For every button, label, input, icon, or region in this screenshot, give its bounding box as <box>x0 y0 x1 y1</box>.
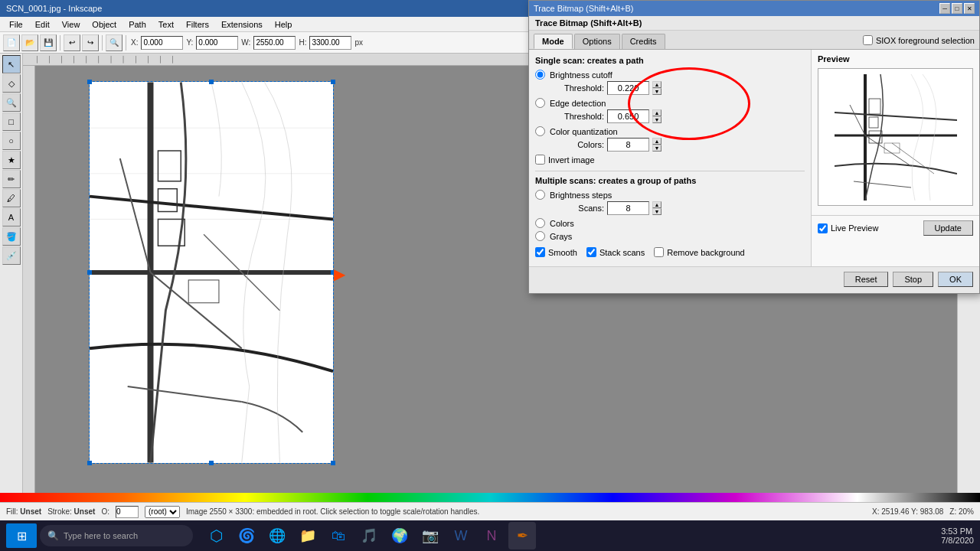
ok-button[interactable]: OK <box>938 272 973 287</box>
taskbar-photos[interactable]: 📷 <box>416 522 444 549</box>
invert-checkbox[interactable] <box>535 155 545 165</box>
taskbar-inkscape[interactable]: ✒ <box>508 522 536 549</box>
w-input[interactable] <box>253 36 296 50</box>
taskbar-onenote[interactable]: N <box>478 522 505 549</box>
menu-view[interactable]: View <box>56 18 87 31</box>
transform-select[interactable]: (root) <box>145 506 180 518</box>
colors-spinner[interactable]: ▲ ▼ <box>652 138 662 152</box>
threshold1-spinner[interactable]: ▲ ▼ <box>652 81 662 95</box>
text-tool[interactable]: A <box>2 208 21 227</box>
left-toolbox: ↖ ◇ 🔍 □ ○ ★ ✏ 🖊 A 🪣 💉 <box>0 54 23 493</box>
menu-file[interactable]: File <box>3 18 29 31</box>
siox-label: SIOX foreground selection <box>876 36 975 45</box>
y-input[interactable] <box>196 36 238 50</box>
opacity-input[interactable] <box>116 506 139 518</box>
menu-path[interactable]: Path <box>122 18 152 31</box>
dialog-actions: Reset Stop OK <box>529 266 979 293</box>
x-input[interactable] <box>141 36 183 50</box>
color-palette[interactable] <box>0 493 980 502</box>
colors-up[interactable]: ▲ <box>652 138 662 145</box>
dialog-maximize[interactable]: □ <box>952 3 962 14</box>
threshold2-down[interactable]: ▼ <box>652 116 662 123</box>
menu-extensions[interactable]: Extensions <box>215 18 269 31</box>
threshold1-down[interactable]: ▼ <box>652 88 662 95</box>
invert-label: Invert image <box>548 155 595 165</box>
taskbar-cortana[interactable]: ⬡ <box>202 522 230 549</box>
rect-tool[interactable]: □ <box>2 112 21 131</box>
menu-text[interactable]: Text <box>152 18 180 31</box>
open-button[interactable]: 📂 <box>21 34 38 51</box>
node-tool[interactable]: ◇ <box>2 74 21 93</box>
threshold2-input[interactable] <box>607 109 649 123</box>
taskbar-filemanager[interactable]: 📁 <box>294 522 322 549</box>
stack-scans-checkbox[interactable] <box>586 247 596 257</box>
select-tool[interactable]: ↖ <box>2 55 21 73</box>
menu-filters[interactable]: Filters <box>180 18 215 31</box>
pencil-tool[interactable]: ✏ <box>2 170 21 188</box>
edge-detection-radio[interactable] <box>535 98 545 108</box>
h-label: H: <box>299 38 306 47</box>
circle-tool[interactable]: ○ <box>2 132 21 150</box>
live-preview-checkbox[interactable] <box>818 223 828 233</box>
threshold2-up[interactable]: ▲ <box>652 109 662 116</box>
start-button[interactable]: ⊞ <box>6 523 37 548</box>
save-button[interactable]: 💾 <box>40 34 57 51</box>
w-label: W: <box>241 38 250 47</box>
menu-help[interactable]: Help <box>269 18 299 31</box>
trace-bitmap-dialog[interactable]: Trace Bitmap (Shift+Alt+B) ─ □ ✕ Trace B… <box>528 0 980 294</box>
toolbar-separator-2 <box>102 35 103 51</box>
color-quant-radio[interactable] <box>535 126 545 136</box>
scans-down[interactable]: ▼ <box>652 208 662 215</box>
grays-radio[interactable] <box>535 231 545 241</box>
fill-tool[interactable]: 🪣 <box>2 227 21 246</box>
tab-mode[interactable]: Mode <box>534 34 573 49</box>
h-input[interactable] <box>309 36 351 50</box>
remove-bg-checkbox[interactable] <box>654 247 664 257</box>
scans-input[interactable] <box>607 201 649 215</box>
colors-option-label: Colors <box>550 219 574 228</box>
taskbar-store[interactable]: 🛍 <box>325 522 352 549</box>
new-button[interactable]: 📄 <box>3 34 20 51</box>
dialog-close[interactable]: ✕ <box>964 3 975 14</box>
colors-input[interactable] <box>607 138 649 152</box>
taskbar-ie[interactable]: 🌐 <box>263 522 291 549</box>
threshold1-input[interactable] <box>607 81 649 95</box>
tab-credits[interactable]: Credits <box>622 34 665 49</box>
color-quant-label: Color quantization <box>550 127 618 136</box>
taskbar-word[interactable]: W <box>447 522 475 549</box>
brightness-steps-radio[interactable] <box>535 190 545 200</box>
stop-button[interactable]: Stop <box>893 272 933 287</box>
scans-spinner[interactable]: ▲ ▼ <box>652 201 662 215</box>
tab-options[interactable]: Options <box>574 34 620 49</box>
threshold2-spinner[interactable]: ▲ ▼ <box>652 109 662 123</box>
reset-button[interactable]: Reset <box>844 272 889 287</box>
colors-multi-radio[interactable] <box>535 218 545 228</box>
star-tool[interactable]: ★ <box>2 151 21 169</box>
siox-checkbox[interactable] <box>863 35 873 45</box>
taskbar-chrome[interactable]: 🌍 <box>386 522 413 549</box>
pen-tool[interactable]: 🖊 <box>2 189 21 207</box>
threshold1-up[interactable]: ▲ <box>652 81 662 88</box>
dialog-minimize[interactable]: ─ <box>939 3 950 14</box>
search-box[interactable]: 🔍 Type here to search <box>40 525 193 546</box>
taskbar-winamp[interactable]: 🎵 <box>355 522 383 549</box>
update-button[interactable]: Update <box>923 220 973 236</box>
menu-object[interactable]: Object <box>86 18 122 31</box>
svg-rect-8 <box>835 74 957 201</box>
grays-label: Grays <box>550 232 572 241</box>
undo-button[interactable]: ↩ <box>64 34 80 51</box>
multiple-scans-label: Multiple scans: creates a group of paths <box>535 176 805 185</box>
scans-up[interactable]: ▲ <box>652 201 662 208</box>
zoom-in-button[interactable]: 🔍 <box>106 34 122 51</box>
colors-down[interactable]: ▼ <box>652 145 662 152</box>
menu-edit[interactable]: Edit <box>29 18 56 31</box>
taskbar-edge[interactable]: 🌀 <box>233 522 260 549</box>
smooth-checkbox[interactable] <box>535 247 545 257</box>
y-label: Y: <box>186 38 193 47</box>
threshold1-row: Threshold: ▲ ▼ <box>535 81 805 95</box>
brightness-steps-label: Brightness steps <box>550 191 612 200</box>
eyedropper-tool[interactable]: 💉 <box>2 246 21 265</box>
brightness-cutoff-radio[interactable] <box>535 70 545 80</box>
zoom-tool[interactable]: 🔍 <box>2 93 21 112</box>
redo-button[interactable]: ↪ <box>82 34 99 51</box>
